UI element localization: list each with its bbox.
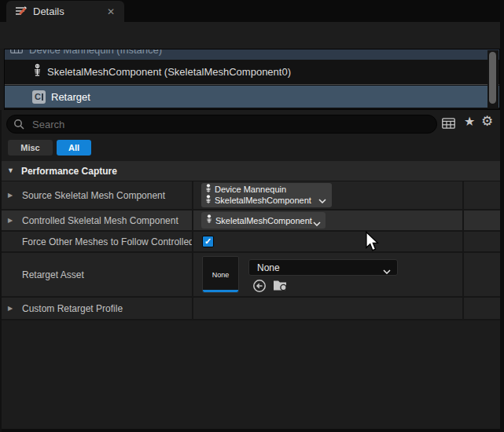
panel-bottom-border [0,429,504,432]
scrollbar-thumb[interactable] [489,52,496,104]
panel-header: Device Mannequin + Add [0,22,504,49]
mouse-cursor [365,231,379,255]
tab-bar: Details ✕ [0,0,504,22]
tab-label: Details [33,5,64,17]
browse-to-asset-button[interactable] [273,279,289,295]
skeleton-icon [204,195,212,207]
property-label: Source Skeletal Mesh Component [22,190,165,201]
tree-divider [5,84,499,85]
close-icon[interactable]: ✕ [107,7,115,16]
panel-left-border [0,110,2,432]
property-label: Custom Retarget Profile [22,303,123,314]
row-force-other-meshes: Force Other Meshes to Follow Controlled.… [0,232,500,251]
component-c-icon: C [32,90,46,104]
skeleton-icon [205,214,213,226]
row-source-skeletal-mesh: ▶ Source Skeletal Mesh Component [0,181,500,209]
panel-right-border [500,0,504,432]
asset-thumbnail[interactable]: None [202,256,239,293]
tab-details[interactable]: Details ✕ [6,1,124,22]
expander-icon[interactable]: ▶ [8,218,13,224]
expander-icon[interactable]: ▶ [8,306,13,312]
source-component-dropdown[interactable]: Device Mannequin Skeletal [201,183,332,207]
display-grid-icon[interactable] [442,118,455,132]
empty-area [0,320,504,432]
expander-icon[interactable]: ▶ [8,192,13,199]
tree-row-skeletalmesh[interactable]: SkeletalMeshComponent (SkeletalMeshCompo… [5,60,499,83]
property-label: Force Other Meshes to Follow Controlled.… [22,236,192,247]
favorites-star-icon[interactable]: ★ [464,115,475,128]
property-label: Retarget Asset [22,269,84,280]
retarget-asset-dropdown[interactable]: None [248,259,398,276]
tree-row-retarget[interactable]: C Retarget [5,86,499,108]
skeleton-icon [32,64,42,79]
chevron-down-icon [318,192,326,207]
details-panel: Details ✕ Device Mannequin + Add [0,0,504,432]
chevron-down-icon: ▼ [7,167,14,174]
controlled-component-dropdown[interactable]: SkeletalMeshComponent [201,212,326,229]
force-follow-checkbox[interactable]: ✓ [202,236,214,247]
component-tree: Device Mannequin (Instance) SkeletalMesh… [4,49,500,110]
filter-all-button[interactable]: All [57,140,91,156]
row-retarget-asset: Retarget Asset None None [0,253,500,296]
property-grid: ▶ Source Skeletal Mesh Component [0,181,500,320]
use-selected-asset-button[interactable] [252,279,267,296]
skeleton-icon [204,184,212,196]
search-icon [13,119,24,133]
actor-table-icon [10,49,23,56]
row-controlled-skeletal-mesh: ▶ Controlled Skeletal Mesh Component [0,211,500,230]
settings-gear-icon[interactable]: ⚙ [481,115,493,128]
property-label: Controlled Skeletal Mesh Component [22,215,178,226]
check-icon: ✓ [204,237,212,246]
tree-row-label: Device Mannequin (Instance) [29,49,162,56]
filter-misc-button[interactable]: Misc [8,140,53,156]
tree-row-label: SkeletalMeshComponent (SkeletalMeshCompo… [47,66,291,78]
row-custom-retarget-profile: ▶ Custom Retarget Profile [0,298,500,319]
chevron-down-icon [383,265,391,276]
search-input[interactable] [6,115,437,134]
tree-row-label: Retarget [51,91,90,103]
section-performance-capture[interactable]: ▼ Performance Capture [0,161,504,181]
chevron-down-icon [313,218,321,228]
details-pencil-icon [14,4,27,20]
tree-row-instance[interactable]: Device Mannequin (Instance) [5,49,499,60]
